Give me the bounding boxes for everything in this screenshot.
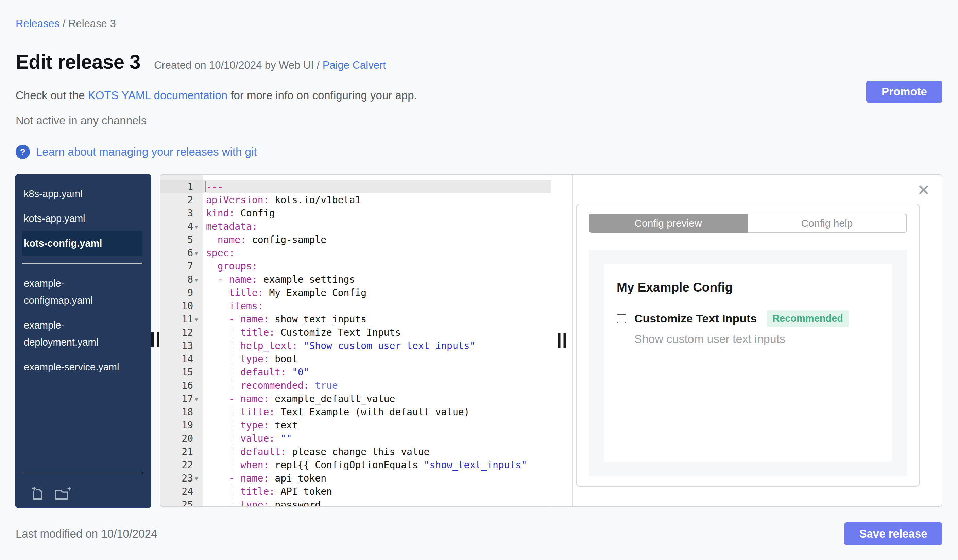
editor-card: 1234▾56▾78▾91011▾121314151617▾1819202122…	[160, 174, 942, 507]
indent-guide	[232, 419, 232, 432]
line-number: 3	[187, 207, 193, 219]
code-line[interactable]: type: password	[203, 498, 551, 506]
gutter-row: 20	[160, 432, 203, 445]
line-number: 13	[182, 340, 193, 351]
code-editor[interactable]: ---apiVersion: kots.io/v1beta1kind: Conf…	[203, 175, 551, 506]
code-token: example_settings	[258, 274, 355, 285]
code-line[interactable]: - name: api_token	[203, 471, 551, 485]
close-preview-button[interactable]: ✕	[917, 182, 930, 198]
splitter-bar	[157, 332, 159, 347]
code-line[interactable]: default: please change this value	[203, 445, 551, 459]
code-token: Text Example (with default value)	[275, 407, 469, 418]
breadcrumb-releases-link[interactable]: Releases	[16, 18, 59, 30]
save-release-button[interactable]: Save release	[844, 522, 942, 545]
config-item-label: Customize Text Inputs	[634, 312, 757, 325]
splitter-bar	[558, 333, 561, 348]
code-token	[206, 261, 217, 272]
fold-icon[interactable]: ▾	[193, 316, 203, 323]
sidebar-splitter-handle[interactable]	[151, 332, 159, 347]
file-item[interactable]: k8s-app.yaml	[22, 182, 143, 206]
file-item[interactable]: example-configmap.yaml	[22, 271, 143, 313]
line-number: 16	[182, 380, 193, 391]
tab-config-help[interactable]: Config help	[747, 214, 907, 233]
new-folder-button[interactable]	[54, 486, 72, 501]
promote-button[interactable]: Promote	[866, 81, 942, 103]
code-line[interactable]: value: ""	[203, 432, 551, 445]
code-token: name:	[217, 234, 246, 245]
text-cursor	[205, 181, 206, 192]
file-item[interactable]: example-service.yaml	[22, 355, 143, 379]
new-file-icon	[29, 486, 45, 501]
fold-icon[interactable]: ▾	[193, 223, 203, 230]
code-line[interactable]: apiVersion: kots.io/v1beta1	[203, 193, 551, 207]
config-checkbox[interactable]	[617, 314, 626, 323]
author-link[interactable]: Paige Calvert	[323, 59, 386, 71]
code-token: when:	[240, 459, 269, 471]
code-token: - name:	[229, 314, 269, 325]
code-line[interactable]: title: API token	[203, 485, 551, 498]
code-token	[206, 486, 240, 497]
config-panel: Config previewConfig help My Example Con…	[576, 204, 920, 487]
code-line[interactable]: type: bool	[203, 353, 551, 365]
code-token	[206, 393, 229, 404]
line-number: 11	[182, 314, 193, 325]
code-line[interactable]: ---	[203, 180, 551, 193]
file-item[interactable]: kots-app.yaml	[22, 206, 143, 231]
file-item-label: example-service.yaml	[24, 359, 141, 375]
code-line[interactable]: metadata:	[203, 220, 551, 233]
tab-config-preview[interactable]: Config preview	[589, 214, 747, 233]
code-line[interactable]: title: Text Example (with default value)	[203, 405, 551, 419]
code-token: value:	[240, 433, 275, 444]
new-file-button[interactable]	[29, 486, 45, 501]
gutter-row: 1	[160, 180, 203, 193]
file-item[interactable]: kots-config.yaml	[22, 231, 143, 256]
code-line[interactable]: kind: Config	[203, 207, 551, 220]
code-line[interactable]: recommended: true	[203, 379, 551, 392]
code-token	[206, 367, 240, 378]
code-line[interactable]: name: config-sample	[203, 233, 551, 246]
gutter-row: 9	[160, 286, 203, 299]
code-token: default:	[240, 446, 286, 457]
title-row: Edit release 3 Created on 10/10/2024 by …	[16, 50, 386, 73]
code-line[interactable]: help_text: "Show custom user text inputs…	[203, 339, 551, 353]
git-releases-link[interactable]: Learn about managing your releases with …	[36, 146, 257, 158]
code-line[interactable]: - name: show_text_inputs	[203, 313, 551, 326]
gutter-row: 12	[160, 326, 203, 339]
code-line[interactable]: type: text	[203, 419, 551, 432]
indent-guide	[232, 326, 232, 339]
gutter-row: 23▾	[160, 471, 203, 485]
question-icon[interactable]: ?	[16, 145, 30, 159]
fold-icon[interactable]: ▾	[193, 395, 203, 403]
breadcrumb-current: Release 3	[68, 18, 116, 30]
code-token	[286, 367, 292, 378]
fold-icon[interactable]: ▾	[193, 276, 203, 283]
code-token: items:	[229, 301, 263, 312]
code-token	[206, 433, 240, 444]
gutter-row: 8▾	[160, 273, 203, 286]
file-item-label: configmap.yaml	[24, 292, 141, 309]
code-line[interactable]: spec:	[203, 246, 551, 259]
code-line[interactable]: - name: example_settings	[203, 273, 551, 286]
editor-splitter-handle[interactable]	[558, 333, 566, 348]
code-token	[206, 420, 240, 431]
gutter-row: 22	[160, 459, 203, 471]
code-line[interactable]: title: Customize Text Inputs	[203, 326, 551, 339]
code-line[interactable]: items:	[203, 299, 551, 313]
gutter-row: 6▾	[160, 246, 203, 259]
last-modified: Last modified on 10/10/2024	[16, 527, 157, 540]
code-line[interactable]: title: My Example Config	[203, 286, 551, 299]
gutter-row: 4▾	[160, 220, 203, 233]
line-number: 24	[182, 486, 193, 497]
file-item[interactable]: example-deployment.yaml	[22, 313, 143, 354]
kots-docs-link[interactable]: KOTS YAML documentation	[88, 89, 227, 101]
fold-icon[interactable]: ▾	[193, 475, 203, 482]
git-help-row: ? Learn about managing your releases wit…	[16, 145, 257, 159]
code-line[interactable]: groups:	[203, 259, 551, 273]
code-token	[206, 353, 240, 365]
code-line[interactable]: - name: example_default_value	[203, 392, 551, 405]
code-line[interactable]: default: "0"	[203, 365, 551, 379]
code-token	[206, 287, 229, 298]
gutter-row: 25	[160, 498, 203, 507]
code-line[interactable]: when: repl{{ ConfigOptionEquals "show_te…	[203, 459, 551, 471]
fold-icon[interactable]: ▾	[193, 250, 203, 257]
